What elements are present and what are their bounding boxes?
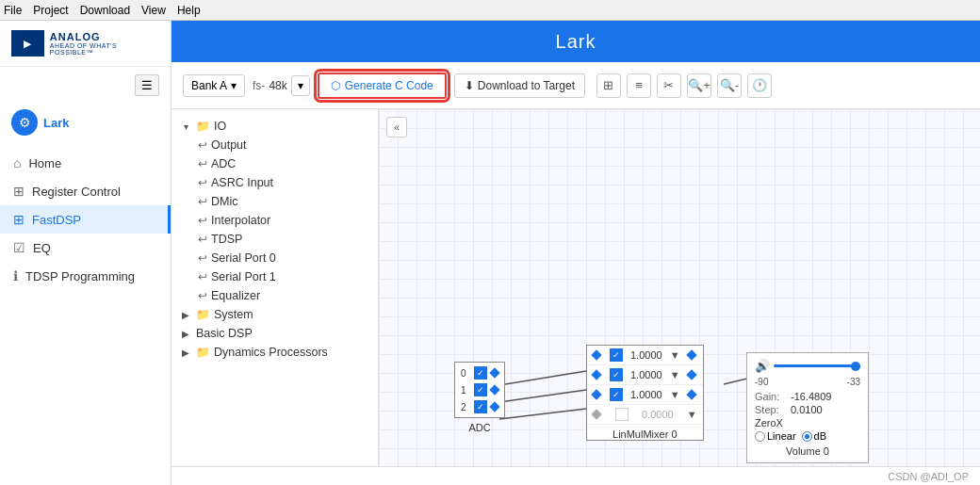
tree-item-asrc[interactable]: ↩ ASRC Input — [172, 173, 378, 192]
menu-download[interactable]: Download — [80, 4, 130, 17]
volume-slider-track[interactable] — [774, 364, 860, 367]
sidebar-item-tdsp[interactable]: ℹ TDSP Programming — [0, 262, 171, 290]
db-radio[interactable]: dB — [802, 430, 826, 442]
header-bar: Lark — [172, 21, 980, 62]
dmic-label: DMic — [211, 195, 237, 208]
adc-port-1: 1 — [461, 383, 498, 396]
volume-top: 🔊 — [755, 359, 860, 373]
svg-line-2 — [499, 409, 586, 419]
sidebar-nav: ⌂ Home ⊞ Register Control ⊞ FastDSP ☑ EQ… — [0, 141, 171, 485]
gain-label: Gain: — [755, 391, 787, 402]
fs-group: fs- 48k ▾ — [253, 75, 310, 96]
tree-group-basic-dsp[interactable]: ▶ Basic DSP — [172, 324, 378, 343]
gen-code-icon: ⬡ — [331, 79, 340, 92]
bank-select[interactable]: Bank A ▾ — [183, 74, 245, 97]
logo-tagline: AHEAD OF WHAT'S POSSIBLE™ — [50, 42, 159, 56]
dmic-icon: ↩ — [198, 195, 207, 208]
menu-help[interactable]: Help — [177, 4, 201, 17]
io-expand-icon: ▾ — [179, 120, 192, 133]
eq-icon: ☑ — [13, 240, 25, 255]
expand-icon[interactable]: ⊞ — [596, 73, 621, 98]
tdsp-icon: ℹ — [13, 268, 18, 283]
cut-icon[interactable]: ✂ — [657, 73, 681, 98]
menu-file[interactable]: File — [4, 4, 22, 17]
volume-block: 🔊 -90 -33 Gain: -16.4809 — [746, 352, 869, 463]
menu-view[interactable]: View — [141, 4, 166, 17]
zoom-out-icon[interactable]: 🔍- — [717, 73, 742, 98]
adc-check-1[interactable] — [474, 383, 487, 396]
hamburger-button[interactable]: ☰ — [135, 74, 159, 96]
mixer-check-0[interactable] — [610, 348, 623, 362]
serial1-label: Serial Port 1 — [211, 270, 276, 283]
download-to-target-button[interactable]: ⬇ Download to Target — [454, 73, 585, 98]
adc-check-0[interactable] — [474, 366, 487, 380]
output-label: Output — [211, 138, 247, 152]
adc-diamond-2 — [489, 401, 499, 412]
tree-item-serial0[interactable]: ↩ Serial Port 0 — [172, 249, 378, 267]
download-label: Download to Target — [478, 79, 575, 92]
gain-value: -16.4809 — [791, 391, 831, 402]
sidebar-item-label: Home — [28, 156, 61, 170]
gear-project-button[interactable]: ⚙ — [11, 109, 38, 136]
tree-group-io[interactable]: ▾ 📁 IO — [172, 117, 378, 136]
sidebar-item-eq[interactable]: ☑ EQ — [0, 234, 171, 262]
svg-line-1 — [499, 390, 586, 402]
tree-item-output[interactable]: ↩ Output — [172, 136, 378, 154]
mixer-in-diamond-3 — [591, 409, 601, 419]
system-expand-icon: ▶ — [179, 308, 192, 321]
vol-max: -33 — [847, 377, 860, 387]
bank-label: Bank A — [191, 79, 227, 92]
step-row: Step: 0.0100 — [755, 404, 860, 415]
tree-item-adc[interactable]: ↩ ADC — [172, 154, 378, 173]
sidebar: ▶ ANALOG AHEAD OF WHAT'S POSSIBLE™ ☰ ⚙ L… — [0, 21, 172, 485]
generate-c-code-button[interactable]: ⬡ Generate C Code — [318, 73, 447, 99]
mixer-label: LinMulMixer 0 — [587, 428, 703, 440]
speaker-icon: 🔊 — [755, 359, 770, 373]
linear-label: Linear — [767, 430, 796, 442]
tree-panel: ▾ 📁 IO ↩ Output ↩ ADC ↩ ASRC Input ↩ — [172, 109, 379, 466]
interpolator-label: Interpolator — [211, 214, 270, 227]
tree-item-tdsp[interactable]: ↩ TDSP — [172, 230, 378, 249]
canvas-collapse-button[interactable]: « — [386, 117, 407, 137]
mixer-row-1: 1.0000 ▼ — [587, 365, 703, 385]
sidebar-item-label: EQ — [33, 241, 51, 255]
menu-project[interactable]: Project — [33, 4, 68, 17]
fastdsp-icon: ⊞ — [13, 212, 24, 227]
sidebar-item-register-control[interactable]: ⊞ Register Control — [0, 177, 171, 205]
sidebar-project: ⚙ Lark — [0, 104, 171, 141]
tdsp-label: TDSP — [211, 233, 242, 246]
fs-dropdown[interactable]: ▾ — [291, 75, 310, 96]
svg-line-0 — [499, 371, 586, 385]
canvas-area: « — [379, 109, 980, 466]
toolbar: Bank A ▾ fs- 48k ▾ ⬡ Generate C Code ⬇ D… — [172, 62, 980, 109]
sidebar-hamburger-area: ☰ — [0, 67, 171, 104]
sidebar-item-fastdsp[interactable]: ⊞ FastDSP — [0, 205, 171, 234]
db-label: dB — [814, 430, 826, 442]
equalizer-label: Equalizer — [211, 289, 260, 302]
sidebar-item-home[interactable]: ⌂ Home — [0, 149, 171, 177]
mixer-check-3[interactable] — [615, 408, 629, 421]
align-icon[interactable]: ≡ — [627, 73, 651, 98]
tree-group-system[interactable]: ▶ 📁 System — [172, 305, 378, 324]
mixer-out-diamond-0 — [686, 349, 696, 360]
tree-item-equalizer[interactable]: ↩ Equalizer — [172, 286, 378, 305]
adc-diamond-1 — [489, 384, 499, 395]
tree-item-interpolator[interactable]: ↩ Interpolator — [172, 211, 378, 230]
adc-check-2[interactable] — [474, 400, 487, 413]
tree-item-dmic[interactable]: ↩ DMic — [172, 192, 378, 211]
linear-radio[interactable]: Linear — [755, 430, 796, 442]
system-label: System — [214, 308, 253, 321]
menu-bar: File Project Download View Help — [0, 0, 980, 21]
generate-c-code-label: Generate C Code — [345, 79, 433, 92]
zerox-label: ZeroX — [755, 417, 860, 428]
zoom-in-icon[interactable]: 🔍+ — [687, 73, 711, 98]
adc-ports: 0 1 2 — [454, 362, 505, 418]
mixer-check-2[interactable] — [610, 388, 623, 401]
clock-icon[interactable]: 🕐 — [747, 73, 772, 98]
tree-item-serial1[interactable]: ↩ Serial Port 1 — [172, 267, 378, 286]
adc-icon: ↩ — [198, 157, 207, 170]
tree-group-dynamics[interactable]: ▶ 📁 Dynamics Processors — [172, 343, 378, 362]
sidebar-logo: ▶ ANALOG AHEAD OF WHAT'S POSSIBLE™ — [0, 21, 171, 67]
volume-slider-thumb — [851, 362, 860, 371]
mixer-check-1[interactable] — [610, 368, 623, 381]
